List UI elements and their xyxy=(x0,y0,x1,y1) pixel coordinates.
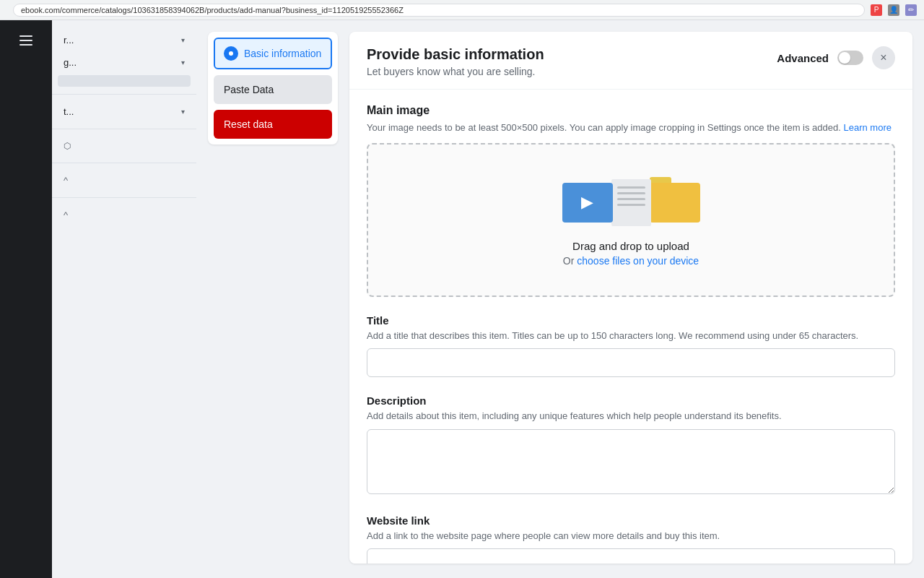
learn-more-link[interactable]: Learn more xyxy=(843,122,891,133)
step-sidebar: Basic information Paste Data Reset data xyxy=(208,32,338,144)
chevron-up-icon-2: ^ xyxy=(64,210,68,220)
reset-data-button[interactable]: Reset data xyxy=(214,110,332,139)
doc-line-1 xyxy=(617,186,645,189)
upload-icons: ▶ xyxy=(383,173,879,231)
chevron-up-icon-1: ^ xyxy=(64,175,68,186)
hamburger-line-1 xyxy=(19,35,32,37)
basic-info-step-icon xyxy=(224,46,238,61)
external-link-icon: ⬡ xyxy=(64,141,71,151)
chevron-down-icon-2: ▾ xyxy=(181,59,185,66)
description-field-desc: Add details about this item, including a… xyxy=(367,410,895,423)
website-link-field-group: Website link Add a link to the website p… xyxy=(367,514,895,564)
main-image-title: Main image xyxy=(367,104,895,117)
website-link-desc: Add a link to the website page where peo… xyxy=(367,530,895,543)
nav-toggle-1[interactable]: ^ xyxy=(52,169,196,191)
form-body: Main image Your image needs to be at lea… xyxy=(349,90,912,564)
browser-icon-3: ✏ xyxy=(905,4,917,16)
content-area: r... ▾ g... ▾ t... ▾ ⬡ ^ ^ xyxy=(52,20,924,578)
app-layout: r... ▾ g... ▾ t... ▾ ⬡ ^ ^ xyxy=(0,20,924,578)
form-panel: Provide basic information Let buyers kno… xyxy=(349,32,912,564)
basic-info-step-button[interactable]: Basic information xyxy=(214,38,332,69)
folder-icon xyxy=(650,183,700,223)
title-field-desc: Add a title that describes this item. Ti… xyxy=(367,329,895,342)
doc-line-3 xyxy=(617,198,645,200)
form-title: Provide basic information xyxy=(367,46,544,63)
nav-toggle-2[interactable]: ^ xyxy=(52,204,196,226)
main-panel: Basic information Paste Data Reset data … xyxy=(196,20,924,578)
sidebar xyxy=(0,20,52,578)
close-button[interactable]: × xyxy=(872,46,895,69)
website-link-label: Website link xyxy=(367,514,895,527)
toggle-knob xyxy=(839,52,850,64)
hamburger-line-3 xyxy=(19,44,32,46)
description-field-label: Description xyxy=(367,394,895,407)
doc-line-4 xyxy=(617,204,645,206)
advanced-toggle[interactable] xyxy=(837,51,863,65)
hamburger-menu[interactable] xyxy=(12,26,40,55)
main-image-desc: Your image needs to be at least 500×500 … xyxy=(367,121,895,134)
doc-line-2 xyxy=(617,192,645,194)
document-icon xyxy=(611,179,651,226)
hamburger-line-2 xyxy=(19,40,32,41)
browser-icon-2: 👤 xyxy=(888,4,899,16)
nav-separator-3 xyxy=(52,163,196,163)
close-icon: × xyxy=(880,51,886,64)
advanced-label: Advanced xyxy=(777,52,829,64)
video-icon: ▶ xyxy=(562,183,613,223)
basic-info-step-label: Basic information xyxy=(244,48,321,59)
nav-item-1[interactable]: r... ▾ xyxy=(52,29,196,51)
nav-separator-2 xyxy=(52,129,196,129)
chevron-down-icon-3: ▾ xyxy=(181,108,185,116)
nav-item-3[interactable]: t... ▾ xyxy=(52,100,196,123)
choose-files-link[interactable]: choose files on your device xyxy=(577,255,699,267)
browser-icons: P 👤 ✏ xyxy=(871,4,917,16)
nav-active-item xyxy=(58,75,191,87)
description-textarea[interactable] xyxy=(367,429,895,494)
form-subtitle: Let buyers know what you are selling. xyxy=(367,66,544,77)
nav-separator-1 xyxy=(52,94,196,95)
left-nav: r... ▾ g... ▾ t... ▾ ⬡ ^ ^ xyxy=(52,20,196,578)
browser-url: ebook.com/commerce/catalogs/103631858394… xyxy=(13,4,865,17)
main-image-section: Main image Your image needs to be at lea… xyxy=(367,104,895,297)
paste-data-button[interactable]: Paste Data xyxy=(214,75,332,104)
nav-separator-4 xyxy=(52,197,196,198)
nav-item-2-label: g... xyxy=(64,57,77,68)
browser-chrome: ebook.com/commerce/catalogs/103631858394… xyxy=(0,0,924,20)
form-header-text: Provide basic information Let buyers kno… xyxy=(367,46,544,77)
description-field-group: Description Add details about this item,… xyxy=(367,394,895,496)
title-input[interactable] xyxy=(367,348,895,377)
title-field-label: Title xyxy=(367,314,895,327)
title-field-group: Title Add a title that describes this it… xyxy=(367,314,895,377)
upload-subtext: Or choose files on your device xyxy=(383,255,879,267)
nav-external-item[interactable]: ⬡ xyxy=(52,135,196,157)
header-right: Advanced × xyxy=(777,46,895,69)
upload-area[interactable]: ▶ xyxy=(367,143,895,297)
paste-data-label: Paste Data xyxy=(224,84,274,95)
reset-data-label: Reset data xyxy=(224,118,273,130)
chevron-down-icon-1: ▾ xyxy=(181,36,185,44)
form-header: Provide basic information Let buyers kno… xyxy=(349,32,912,90)
nav-item-2[interactable]: g... ▾ xyxy=(52,51,196,74)
browser-icon-1: P xyxy=(871,4,882,16)
svg-point-1 xyxy=(229,51,233,56)
website-link-input[interactable] xyxy=(367,548,895,564)
drag-drop-text: Drag and drop to upload xyxy=(383,240,879,252)
nav-item-1-label: r... xyxy=(64,35,74,46)
nav-item-3-label: t... xyxy=(64,106,74,117)
